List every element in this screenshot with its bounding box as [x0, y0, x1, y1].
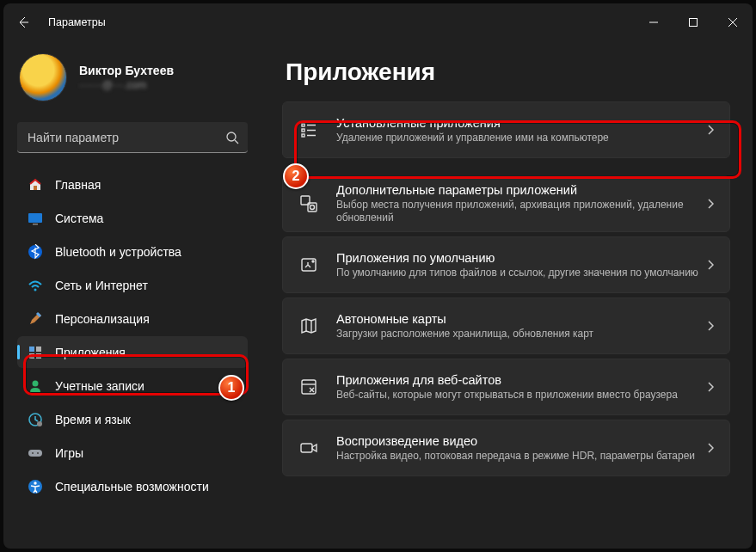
card-text: Приложения для веб-сайтовВеб-сайты, кото…	[336, 373, 707, 402]
search-box[interactable]	[17, 122, 248, 153]
chevron-right-icon	[707, 199, 714, 209]
home-icon	[28, 177, 43, 193]
chevron-right-icon	[707, 443, 714, 453]
sidebar-item-label: Время и язык	[55, 413, 131, 426]
svg-rect-8	[36, 347, 41, 352]
sidebar-item-system[interactable]: Система	[17, 202, 248, 234]
avatar	[19, 53, 67, 101]
list-icon	[297, 120, 321, 139]
svg-point-24	[310, 205, 315, 210]
clock-icon	[28, 412, 43, 427]
svg-rect-28	[301, 444, 312, 452]
titlebar: Параметры	[3, 3, 753, 41]
svg-point-13	[37, 421, 42, 426]
sidebar-item-game[interactable]: Игры	[17, 437, 248, 469]
chevron-right-icon	[707, 382, 714, 392]
defaults-icon	[297, 255, 321, 274]
card-subtitle: Настройка видео, потоковая передача в ре…	[336, 450, 707, 463]
svg-point-16	[37, 452, 39, 454]
chevron-right-icon	[707, 125, 714, 135]
card-text: Воспроизведение видеоНастройка видео, по…	[336, 434, 707, 463]
svg-point-26	[312, 261, 314, 262]
svg-point-15	[32, 452, 34, 454]
profile-section[interactable]: Виктор Бухтеев ········@····.com	[17, 41, 248, 117]
profile-email: ········@····.com	[79, 79, 174, 91]
svg-rect-3	[28, 213, 42, 223]
svg-point-11	[33, 380, 39, 386]
sidebar: Виктор Бухтеев ········@····.com Главная…	[3, 41, 261, 549]
settings-card-defaults[interactable]: Приложения по умолчаниюПо умолчанию для …	[282, 236, 730, 293]
settings-card-installed[interactable]: Установленные приложенияУдаление приложе…	[282, 101, 730, 158]
maximize-button[interactable]	[673, 9, 713, 36]
map-icon	[297, 316, 321, 335]
svg-rect-21	[302, 134, 304, 137]
wifi-icon	[28, 278, 43, 293]
svg-rect-7	[29, 347, 34, 352]
sidebar-item-label: Система	[55, 212, 103, 225]
card-title: Приложения для веб-сайтов	[336, 373, 707, 387]
settings-card-maps[interactable]: Автономные картыЗагрузки расположение хр…	[282, 297, 730, 354]
card-text: Дополнительные параметры приложенийВыбор…	[336, 183, 707, 224]
sidebar-item-time[interactable]: Время и язык	[17, 403, 248, 435]
arrow-left-icon	[16, 15, 30, 29]
svg-rect-10	[36, 353, 41, 359]
svg-rect-14	[28, 450, 42, 457]
card-title: Автономные карты	[336, 312, 707, 326]
main-pane: Приложения Установленные приложенияУдале…	[261, 41, 753, 549]
sidebar-item-apps[interactable]: Приложения	[17, 336, 248, 368]
a11y-icon	[28, 479, 43, 494]
nav-list: ГлавнаяСистемаBluetooth и устройстваСеть…	[17, 169, 248, 502]
sidebar-item-label: Главная	[55, 178, 101, 192]
sidebar-item-label: Игры	[55, 446, 83, 460]
svg-rect-9	[29, 353, 34, 359]
bluetooth-icon	[28, 244, 43, 260]
svg-rect-2	[34, 186, 37, 190]
svg-rect-20	[302, 129, 304, 132]
svg-point-1	[227, 132, 236, 141]
card-text: Установленные приложенияУдаление приложе…	[336, 116, 707, 144]
sidebar-item-a11y[interactable]: Специальные возможности	[17, 470, 248, 502]
chevron-right-icon	[707, 260, 714, 270]
sidebar-item-pers[interactable]: Персонализация	[17, 303, 248, 334]
sidebar-item-acct[interactable]: Учетные записи	[17, 370, 248, 402]
card-subtitle: Веб-сайты, которые могут открываться в п…	[336, 389, 707, 402]
card-title: Дополнительные параметры приложений	[336, 183, 707, 197]
window-controls	[634, 9, 753, 36]
back-button[interactable]	[3, 3, 43, 41]
web-icon	[297, 377, 321, 396]
settings-card-websites[interactable]: Приложения для веб-сайтовВеб-сайты, кото…	[282, 359, 730, 415]
svg-point-18	[34, 481, 36, 484]
card-title: Воспроизведение видео	[336, 434, 707, 448]
settings-card-advanced[interactable]: Дополнительные параметры приложенийВыбор…	[282, 175, 730, 232]
search-icon	[225, 131, 239, 144]
close-button[interactable]	[713, 9, 753, 36]
minimize-button[interactable]	[634, 9, 673, 36]
window-title: Параметры	[48, 16, 106, 28]
gear-icon	[297, 194, 321, 213]
card-text: Приложения по умолчаниюПо умолчанию для …	[336, 251, 707, 279]
account-icon	[28, 378, 43, 394]
page-title: Приложения	[286, 58, 730, 86]
settings-card-video[interactable]: Воспроизведение видеоНастройка видео, по…	[282, 420, 730, 476]
svg-rect-4	[33, 224, 38, 225]
card-subtitle: Выбор места получения приложений, архива…	[336, 199, 707, 224]
maximize-icon	[689, 18, 698, 27]
brush-icon	[28, 311, 43, 327]
sidebar-item-home[interactable]: Главная	[17, 169, 248, 200]
svg-rect-0	[690, 19, 698, 27]
svg-point-6	[34, 288, 37, 291]
card-title: Установленные приложения	[336, 116, 707, 130]
apps-icon	[28, 345, 43, 360]
sidebar-item-label: Учетные записи	[55, 379, 144, 393]
sidebar-item-net[interactable]: Сеть и Интернет	[17, 269, 248, 301]
game-icon	[28, 445, 43, 461]
settings-window: Параметры Виктор Бухтеев ········@····.c…	[3, 3, 753, 549]
sidebar-item-label: Сеть и Интернет	[55, 279, 148, 292]
card-subtitle: По умолчанию для типов файлов и ссылок, …	[336, 267, 707, 279]
search-input[interactable]	[28, 131, 225, 144]
sidebar-item-bt[interactable]: Bluetooth и устройства	[17, 236, 248, 267]
video-icon	[297, 439, 321, 457]
card-text: Автономные картыЗагрузки расположение хр…	[336, 312, 707, 340]
profile-name: Виктор Бухтеев	[79, 64, 174, 77]
chevron-right-icon	[707, 321, 714, 331]
